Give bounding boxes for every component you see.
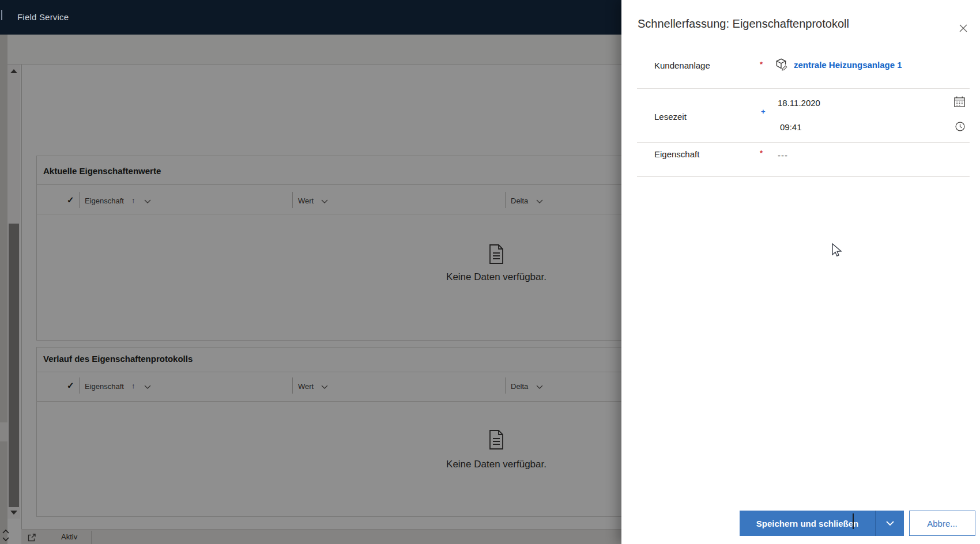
mouse-cursor [831, 243, 843, 260]
quick-create-title: Schnellerfassung: Eigenschaftenprotokoll [638, 17, 849, 31]
calendar-icon[interactable] [953, 95, 966, 108]
chevron-down-icon [885, 520, 895, 526]
clock-icon[interactable] [954, 120, 966, 133]
cancel-button-label: Abbre... [927, 519, 958, 528]
app-title: Field Service [17, 12, 69, 22]
lookup-empty-value[interactable]: --- [778, 150, 788, 160]
modal-dim-overlay [0, 35, 621, 544]
required-marker: * [760, 60, 763, 69]
date-field-value[interactable]: 18.11.2020 [778, 98, 820, 108]
close-button[interactable] [955, 20, 972, 37]
lookup-value-link[interactable]: zentrale Heizungsanlage 1 [794, 60, 902, 70]
field-label-kundenanlage: Kundenanlage [654, 61, 710, 70]
field-divider [637, 176, 970, 177]
nav-divider [1, 10, 2, 20]
field-divider [637, 142, 970, 143]
cancel-button[interactable]: Abbre... [909, 511, 975, 536]
customer-asset-cube-icon [774, 57, 789, 72]
text-cursor [853, 513, 854, 529]
quick-create-panel: Schnellerfassung: Eigenschaftenprotokoll… [621, 0, 980, 544]
field-label-eigenschaft: Eigenschaft [654, 149, 699, 159]
recommended-marker: + [761, 107, 766, 116]
close-icon [958, 23, 968, 33]
app-screen: Field Service Speichern Speichern und sc… [0, 0, 980, 544]
primary-button-label: Speichern und schließen [756, 519, 859, 528]
time-field-value[interactable]: 09:41 [780, 122, 802, 132]
required-marker: * [760, 149, 763, 157]
field-divider [637, 88, 970, 89]
save-and-close-primary-button[interactable]: Speichern und schließen [740, 511, 875, 536]
save-options-dropdown-button[interactable] [875, 511, 904, 536]
field-label-lesezeit: Lesezeit [654, 112, 687, 122]
